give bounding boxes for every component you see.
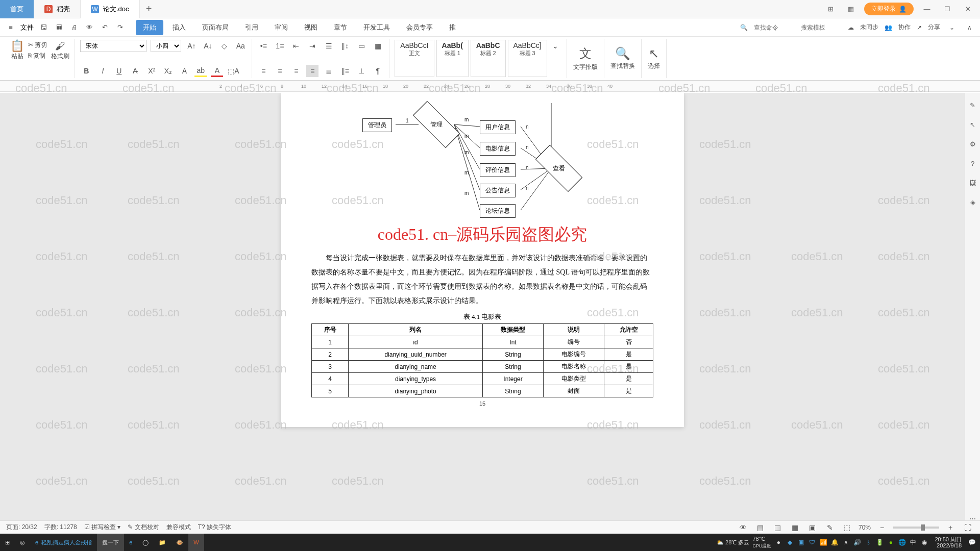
- text-direction-button[interactable]: 文文字排版: [567, 39, 604, 78]
- style-h2[interactable]: AaBbC标题 2: [471, 40, 506, 77]
- show-marks-icon[interactable]: ¶: [372, 65, 384, 77]
- share-icon[interactable]: ↗: [917, 24, 922, 31]
- search-command-input[interactable]: [754, 24, 795, 31]
- word-count[interactable]: 字数: 11278: [44, 523, 77, 532]
- underline-button[interactable]: U: [113, 65, 125, 77]
- taskbar-ie[interactable]: e 轻乱摘走病人金戒指: [30, 534, 97, 551]
- tab-shell[interactable]: D 稻壳: [34, 0, 81, 18]
- outline-view-icon[interactable]: ▥: [772, 521, 784, 534]
- style-h1[interactable]: AaBb(标题 1: [436, 40, 469, 77]
- markup-icon[interactable]: ✎: [824, 521, 836, 534]
- fullscreen-icon[interactable]: ⛶: [962, 521, 974, 534]
- zoom-level[interactable]: 70%: [859, 524, 871, 531]
- ruler[interactable]: 246810121416182022242628303234363840: [0, 81, 980, 92]
- bold-button[interactable]: B: [80, 65, 92, 77]
- strike-button[interactable]: A̶: [129, 65, 141, 77]
- bullets-icon[interactable]: •≡: [257, 40, 270, 52]
- eye-mode-icon[interactable]: 👁: [737, 521, 749, 534]
- align-left-icon[interactable]: ≡: [257, 65, 270, 77]
- tray-battery-icon[interactable]: 🔋: [875, 538, 884, 546]
- font-color-icon[interactable]: A: [211, 65, 223, 77]
- numbering-icon[interactable]: 1≡: [274, 40, 286, 52]
- tray-shield-icon[interactable]: 🛡: [808, 538, 816, 546]
- taskbar-app-2[interactable]: 🐵: [171, 534, 188, 551]
- copy-button[interactable]: ⎘ 复制: [28, 52, 47, 60]
- print-preview-icon[interactable]: 👁: [84, 22, 95, 33]
- text-effects-icon[interactable]: A: [178, 65, 190, 77]
- grow-font-icon[interactable]: A↑: [185, 40, 198, 52]
- tray-chevron-icon[interactable]: ∧: [842, 538, 850, 546]
- new-tab-button[interactable]: +: [140, 3, 158, 15]
- tray-bell-icon[interactable]: 🔔: [830, 538, 839, 546]
- collab-icon[interactable]: 👥: [885, 24, 892, 31]
- tray-icon-g[interactable]: ●: [887, 538, 895, 546]
- page-view-icon[interactable]: ▤: [754, 521, 767, 534]
- highlight-icon[interactable]: ab: [194, 65, 207, 77]
- web-view-icon[interactable]: ▦: [789, 521, 801, 534]
- distribute-icon[interactable]: ≣: [323, 65, 335, 77]
- ribbon-tab-vip[interactable]: 会员专享: [399, 20, 440, 35]
- tray-icon-3[interactable]: ▣: [797, 538, 805, 546]
- ribbon-tab-more[interactable]: 推: [442, 20, 463, 35]
- clock[interactable]: 20:50 周日2022/9/18: [932, 536, 965, 548]
- justify-icon[interactable]: ≡: [306, 65, 318, 77]
- minimize-button[interactable]: —: [920, 2, 934, 16]
- save-as-icon[interactable]: 🖬: [53, 22, 64, 33]
- help-icon[interactable]: ?: [968, 158, 978, 168]
- shrink-font-icon[interactable]: A↓: [202, 40, 214, 52]
- ime-indicator[interactable]: 中: [909, 538, 917, 546]
- select-tool-icon[interactable]: ↖: [968, 119, 978, 130]
- tab-home[interactable]: 首页: [0, 0, 34, 18]
- tray-network-icon[interactable]: 🌐: [898, 538, 906, 546]
- italic-button[interactable]: I: [96, 65, 109, 77]
- cut-button[interactable]: ✂ 剪切: [28, 41, 47, 49]
- weather-widget[interactable]: ⛅ 28℃ 多云: [717, 539, 749, 546]
- ribbon-tab-chapter[interactable]: 章节: [327, 20, 354, 35]
- taskbar-search[interactable]: 搜一下: [97, 534, 124, 551]
- action-center-icon[interactable]: 💬: [968, 538, 976, 546]
- unsync-label[interactable]: 未同步: [860, 23, 878, 32]
- login-button[interactable]: 立即登录 👤: [864, 3, 914, 15]
- tray-wifi-icon[interactable]: 📶: [819, 538, 827, 546]
- taskbar-wps[interactable]: W: [188, 534, 204, 551]
- style-h3[interactable]: AaBbCc]标题 3: [508, 40, 547, 77]
- document-area[interactable]: 1 mm mm m nn nn 管理员 管理 用户信息 电影信息 评价信息 公告…: [0, 93, 965, 523]
- brush-icon[interactable]: 🖌: [54, 40, 66, 52]
- taskbar-explorer[interactable]: 📁: [154, 534, 171, 551]
- borders-icon[interactable]: ▦: [372, 40, 384, 52]
- hamburger-icon[interactable]: ≡: [5, 22, 16, 33]
- close-button[interactable]: ✕: [961, 2, 975, 16]
- ribbon-tab-review[interactable]: 审阅: [267, 20, 295, 35]
- styles-expand-icon[interactable]: ⌄: [549, 40, 561, 52]
- font-size-select[interactable]: 小四: [151, 40, 181, 52]
- image-tool-icon[interactable]: 🖼: [968, 178, 978, 188]
- pen-tool-icon[interactable]: ✎: [968, 100, 978, 110]
- find-replace-button[interactable]: 🔍查找替换: [604, 39, 642, 78]
- print-icon[interactable]: 🖨: [68, 22, 80, 33]
- grid-icon[interactable]: ▦: [844, 2, 858, 16]
- redo-icon[interactable]: ↷: [114, 22, 126, 33]
- cpu-temp[interactable]: 78℃CPU温度: [752, 536, 771, 549]
- sort-icon[interactable]: ☰: [323, 40, 335, 52]
- proofread-button[interactable]: ✎ 文档校对: [128, 523, 159, 532]
- tab-document[interactable]: W 论文.doc: [81, 0, 140, 18]
- paragraph-spacing-icon[interactable]: ‖≡: [339, 65, 351, 77]
- ribbon-tab-layout[interactable]: 页面布局: [195, 20, 236, 35]
- fit-icon[interactable]: ⬚: [841, 521, 853, 534]
- search-icon[interactable]: 🔍: [740, 24, 748, 31]
- change-case-icon[interactable]: Aa: [234, 40, 247, 52]
- appearance-icon[interactable]: ⊞: [823, 2, 838, 16]
- undo-icon[interactable]: ↶: [99, 22, 110, 33]
- align-center-icon[interactable]: ≡: [274, 65, 286, 77]
- spellcheck-toggle[interactable]: ☑ 拼写检查 ▾: [84, 523, 121, 532]
- page-indicator[interactable]: 页面: 20/32: [6, 523, 37, 532]
- line-spacing-icon[interactable]: ‖↕: [339, 40, 351, 52]
- collapse-ribbon-icon[interactable]: ∧: [964, 22, 975, 33]
- align-right-icon[interactable]: ≡: [290, 65, 302, 77]
- tray-icon-1[interactable]: ●: [774, 538, 782, 546]
- taskbar-chrome[interactable]: ◯: [137, 534, 154, 551]
- font-select[interactable]: 宋体: [80, 40, 146, 52]
- style-normal[interactable]: AaBbCcI正文: [395, 40, 434, 77]
- tray-bluetooth-icon[interactable]: ᛒ: [864, 538, 872, 546]
- ribbon-tab-dev[interactable]: 开发工具: [356, 20, 397, 35]
